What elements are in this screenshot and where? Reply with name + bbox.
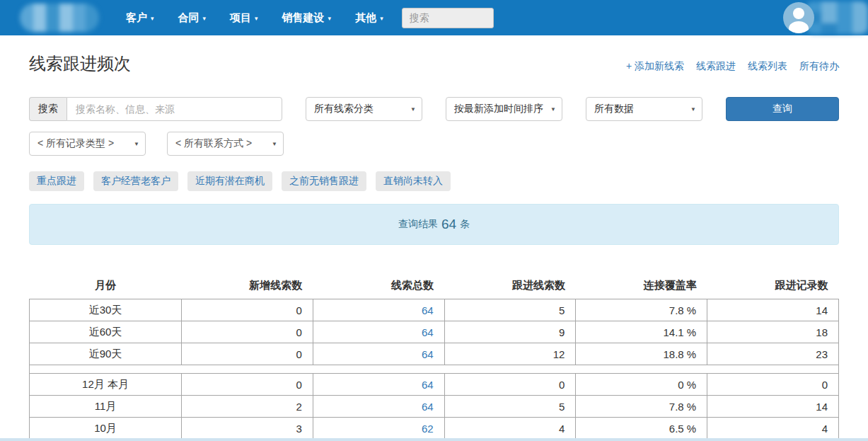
link-lead-list[interactable]: 线索列表 bbox=[748, 60, 787, 73]
result-suffix: 条 bbox=[460, 218, 470, 231]
select-record-type[interactable]: < 所有记录类型 > ▼ bbox=[29, 132, 146, 156]
chevron-down-icon: ▾ bbox=[151, 14, 154, 22]
new-leads-cell: 3 bbox=[182, 418, 313, 440]
page-content: 线索跟进频次 + 添加新线索 线索跟进 线索列表 所有待办 搜索 所有线索分类 … bbox=[29, 52, 839, 440]
top-navbar: 客户 ▾ 合同 ▾ 项目 ▾ 销售建设 ▾ 其他 ▾ bbox=[0, 0, 868, 35]
total-leads-link[interactable]: 64 bbox=[313, 321, 444, 343]
tag-potential-opportunity[interactable]: 近期有潜在商机 bbox=[187, 171, 272, 191]
filter-row-1: 搜索 所有线索分类 ▼ 按最新添加时间排序 ▼ 所有数据 ▼ 查询 bbox=[29, 97, 839, 121]
records-cell: 0 bbox=[707, 374, 839, 396]
new-leads-cell: 0 bbox=[182, 343, 313, 365]
records-cell: 18 bbox=[707, 321, 839, 343]
select-contact-method[interactable]: < 所有联系方式 > ▼ bbox=[167, 132, 284, 156]
lead-search-input[interactable] bbox=[66, 97, 282, 121]
table-row: 近60天 0 64 9 14.1 % 18 bbox=[30, 321, 839, 343]
app-logo-blurred[interactable] bbox=[20, 4, 99, 32]
col-coverage-rate: 连接覆盖率 bbox=[576, 279, 707, 299]
chevron-down-icon: ▾ bbox=[255, 14, 258, 22]
main-menu: 客户 ▾ 合同 ▾ 项目 ▾ 销售建设 ▾ 其他 ▾ bbox=[126, 11, 383, 25]
coverage-cell: 18.8 % bbox=[576, 343, 707, 365]
coverage-cell: 0 % bbox=[576, 374, 707, 396]
menu-projects[interactable]: 项目 ▾ bbox=[230, 11, 258, 25]
table-header-row: 月份 新增线索数 线索总数 跟进线索数 连接覆盖率 跟进记录数 bbox=[30, 279, 839, 299]
follow-up-stats-table: 月份 新增线索数 线索总数 跟进线索数 连接覆盖率 跟进记录数 近30天 0 6… bbox=[29, 279, 839, 440]
menu-label: 合同 bbox=[178, 11, 199, 25]
total-leads-link[interactable]: 64 bbox=[313, 343, 444, 365]
coverage-cell: 7.8 % bbox=[576, 299, 707, 321]
col-total-leads: 线索总数 bbox=[313, 279, 444, 299]
new-leads-cell: 0 bbox=[182, 299, 313, 321]
followed-leads-cell: 0 bbox=[444, 374, 576, 396]
link-add-new-lead[interactable]: + 添加新线索 bbox=[626, 60, 684, 73]
coverage-cell: 14.1 % bbox=[576, 321, 707, 343]
table-row: 10月 3 62 4 6.5 % 4 bbox=[30, 418, 839, 440]
total-leads-link[interactable]: 62 bbox=[313, 418, 444, 440]
total-leads-link[interactable]: 64 bbox=[313, 396, 444, 418]
dropdown-caret-icon: ▼ bbox=[550, 106, 556, 113]
menu-contracts[interactable]: 合同 ▾ bbox=[178, 11, 207, 25]
avatar[interactable] bbox=[783, 2, 814, 33]
search-addon-label: 搜索 bbox=[29, 97, 66, 121]
select-data-scope[interactable]: 所有数据 ▼ bbox=[586, 97, 702, 121]
new-leads-cell: 0 bbox=[182, 321, 313, 343]
month-cell: 近30天 bbox=[30, 299, 182, 321]
tag-direct-not-transferred[interactable]: 直销尚未转入 bbox=[376, 171, 451, 191]
dropdown-caret-icon: ▼ bbox=[134, 141, 139, 147]
followed-leads-cell: 12 bbox=[444, 343, 576, 365]
user-name-blurred[interactable] bbox=[806, 1, 868, 34]
page-header: 线索跟进频次 + 添加新线索 线索跟进 线索列表 所有待办 bbox=[29, 52, 839, 75]
link-all-todos[interactable]: 所有待办 bbox=[799, 60, 839, 73]
coverage-cell: 7.8 % bbox=[576, 396, 707, 418]
query-result-bar: 查询结果 64 条 bbox=[29, 204, 839, 245]
dropdown-caret-icon: ▼ bbox=[690, 106, 696, 113]
month-cell: 11月 bbox=[30, 396, 182, 418]
records-cell: 23 bbox=[707, 343, 839, 365]
tag-key-follow-up[interactable]: 重点跟进 bbox=[29, 171, 84, 191]
month-cell: 10月 bbox=[30, 418, 182, 440]
coverage-cell: 6.5 % bbox=[576, 418, 707, 440]
quick-filter-tags: 重点跟进 客户经营老客户 近期有潜在商机 之前无销售跟进 直销尚未转入 bbox=[29, 171, 839, 191]
menu-label: 其他 bbox=[355, 11, 376, 25]
menu-label: 客户 bbox=[126, 11, 147, 25]
new-leads-cell: 0 bbox=[182, 374, 313, 396]
total-leads-link[interactable]: 64 bbox=[313, 374, 444, 396]
dropdown-caret-icon: ▼ bbox=[272, 141, 277, 147]
select-lead-category[interactable]: 所有线索分类 ▼ bbox=[306, 97, 422, 121]
menu-label: 项目 bbox=[230, 11, 251, 25]
menu-label: 销售建设 bbox=[282, 11, 325, 25]
query-button[interactable]: 查询 bbox=[726, 97, 839, 121]
followed-leads-cell: 4 bbox=[444, 418, 576, 440]
person-icon bbox=[789, 21, 809, 33]
new-leads-cell: 2 bbox=[182, 396, 313, 418]
page-title: 线索跟进频次 bbox=[29, 52, 131, 75]
filter-row-2: < 所有记录类型 > ▼ < 所有联系方式 > ▼ bbox=[29, 132, 839, 156]
result-prefix: 查询结果 bbox=[398, 218, 438, 231]
month-cell: 12月 本月 bbox=[30, 374, 182, 396]
header-links: + 添加新线索 线索跟进 线索列表 所有待办 bbox=[626, 60, 839, 73]
chevron-down-icon: ▾ bbox=[328, 14, 332, 22]
tag-no-prior-sales-follow[interactable]: 之前无销售跟进 bbox=[282, 171, 366, 191]
global-search-input[interactable] bbox=[402, 8, 494, 28]
table-row: 近30天 0 64 5 7.8 % 14 bbox=[30, 299, 839, 321]
month-cell: 近90天 bbox=[30, 343, 182, 365]
col-month: 月份 bbox=[30, 279, 182, 299]
table-row: 近90天 0 64 12 18.8 % 23 bbox=[30, 343, 839, 365]
user-area bbox=[783, 1, 868, 34]
person-icon bbox=[793, 8, 804, 19]
col-followed-leads: 跟进线索数 bbox=[444, 279, 576, 299]
records-cell: 14 bbox=[707, 396, 839, 418]
followed-leads-cell: 5 bbox=[444, 396, 576, 418]
month-cell: 近60天 bbox=[30, 321, 182, 343]
link-lead-follow-up[interactable]: 线索跟进 bbox=[696, 60, 736, 73]
dropdown-caret-icon: ▼ bbox=[410, 106, 416, 113]
menu-sales-building[interactable]: 销售建设 ▾ bbox=[282, 11, 332, 25]
menu-other[interactable]: 其他 ▾ bbox=[355, 11, 383, 25]
select-sort-order[interactable]: 按最新添加时间排序 ▼ bbox=[446, 97, 562, 121]
table-gap-row bbox=[30, 365, 839, 374]
result-count: 64 bbox=[441, 217, 456, 232]
menu-customers[interactable]: 客户 ▾ bbox=[126, 11, 154, 25]
col-follow-records: 跟进记录数 bbox=[707, 279, 839, 299]
total-leads-link[interactable]: 64 bbox=[313, 299, 444, 321]
followed-leads-cell: 5 bbox=[444, 299, 576, 321]
tag-old-customer[interactable]: 客户经营老客户 bbox=[93, 171, 178, 191]
